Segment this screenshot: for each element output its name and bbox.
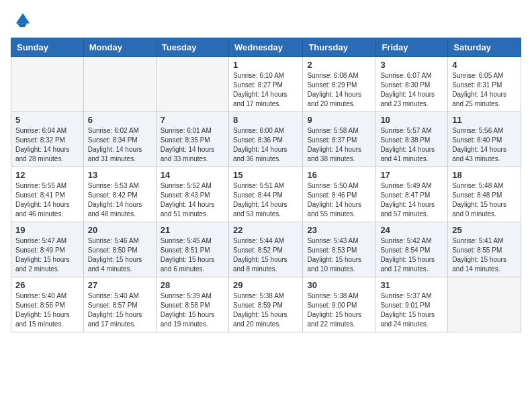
- day-info: Sunrise: 5:46 AM Sunset: 8:50 PM Dayligh…: [88, 236, 152, 274]
- day-info: Sunrise: 5:50 AM Sunset: 8:46 PM Dayligh…: [307, 181, 371, 219]
- header-friday: Friday: [376, 38, 448, 57]
- calendar-cell: 19Sunrise: 5:47 AM Sunset: 8:49 PM Dayli…: [11, 222, 84, 277]
- header-tuesday: Tuesday: [156, 38, 228, 57]
- day-number: 3: [380, 60, 443, 70]
- calendar-cell: 25Sunrise: 5:41 AM Sunset: 8:55 PM Dayli…: [448, 222, 521, 277]
- svg-marker-1: [17, 24, 28, 28]
- day-number: 10: [380, 115, 443, 125]
- day-info: Sunrise: 5:44 AM Sunset: 8:52 PM Dayligh…: [233, 236, 298, 274]
- day-number: 21: [161, 225, 224, 235]
- calendar-cell: [11, 57, 84, 112]
- day-number: 6: [88, 115, 152, 125]
- calendar-cell: [448, 277, 521, 332]
- day-number: 2: [307, 60, 371, 70]
- calendar-cell: 14Sunrise: 5:52 AM Sunset: 8:43 PM Dayli…: [156, 167, 228, 222]
- day-info: Sunrise: 5:56 AM Sunset: 8:40 PM Dayligh…: [452, 126, 517, 164]
- day-number: 7: [161, 115, 224, 125]
- day-info: Sunrise: 5:55 AM Sunset: 8:41 PM Dayligh…: [15, 181, 79, 219]
- day-number: 5: [15, 115, 79, 125]
- day-number: 26: [15, 280, 79, 290]
- day-info: Sunrise: 6:01 AM Sunset: 8:35 PM Dayligh…: [161, 126, 224, 164]
- day-number: 29: [233, 280, 298, 290]
- logo: [11, 11, 32, 30]
- day-number: 8: [233, 115, 298, 125]
- day-info: Sunrise: 5:42 AM Sunset: 8:54 PM Dayligh…: [380, 236, 443, 274]
- day-number: 15: [233, 170, 298, 180]
- calendar-cell: 15Sunrise: 5:51 AM Sunset: 8:44 PM Dayli…: [228, 167, 302, 222]
- day-number: 23: [307, 225, 371, 235]
- calendar-cell: 5Sunrise: 6:04 AM Sunset: 8:32 PM Daylig…: [11, 112, 84, 167]
- calendar-cell: 24Sunrise: 5:42 AM Sunset: 8:54 PM Dayli…: [376, 222, 448, 277]
- header-monday: Monday: [83, 38, 156, 57]
- day-info: Sunrise: 5:57 AM Sunset: 8:38 PM Dayligh…: [380, 126, 443, 164]
- calendar-cell: 9Sunrise: 5:58 AM Sunset: 8:37 PM Daylig…: [303, 112, 376, 167]
- day-info: Sunrise: 5:40 AM Sunset: 8:56 PM Dayligh…: [15, 291, 79, 329]
- calendar-cell: 28Sunrise: 5:39 AM Sunset: 8:58 PM Dayli…: [156, 277, 228, 332]
- calendar-cell: 17Sunrise: 5:49 AM Sunset: 8:47 PM Dayli…: [376, 167, 448, 222]
- day-number: 22: [233, 225, 298, 235]
- day-info: Sunrise: 5:38 AM Sunset: 8:59 PM Dayligh…: [233, 291, 298, 329]
- day-info: Sunrise: 6:00 AM Sunset: 8:36 PM Dayligh…: [233, 126, 298, 164]
- calendar-cell: 30Sunrise: 5:38 AM Sunset: 9:00 PM Dayli…: [303, 277, 376, 332]
- calendar-cell: 12Sunrise: 5:55 AM Sunset: 8:41 PM Dayli…: [11, 167, 84, 222]
- calendar-cell: 26Sunrise: 5:40 AM Sunset: 8:56 PM Dayli…: [11, 277, 84, 332]
- day-info: Sunrise: 6:02 AM Sunset: 8:34 PM Dayligh…: [88, 126, 152, 164]
- day-info: Sunrise: 5:43 AM Sunset: 8:53 PM Dayligh…: [307, 236, 371, 274]
- day-number: 17: [380, 170, 443, 180]
- calendar-cell: 13Sunrise: 5:53 AM Sunset: 8:42 PM Dayli…: [83, 167, 156, 222]
- day-number: 12: [15, 170, 79, 180]
- day-info: Sunrise: 6:04 AM Sunset: 8:32 PM Dayligh…: [15, 126, 79, 164]
- day-number: 4: [452, 60, 517, 70]
- day-info: Sunrise: 6:10 AM Sunset: 8:27 PM Dayligh…: [233, 71, 298, 109]
- day-number: 19: [15, 225, 79, 235]
- calendar-week-row: 26Sunrise: 5:40 AM Sunset: 8:56 PM Dayli…: [11, 277, 521, 332]
- day-info: Sunrise: 5:47 AM Sunset: 8:49 PM Dayligh…: [15, 236, 79, 274]
- day-number: 31: [380, 280, 443, 290]
- calendar-cell: 10Sunrise: 5:57 AM Sunset: 8:38 PM Dayli…: [376, 112, 448, 167]
- calendar-cell: 11Sunrise: 5:56 AM Sunset: 8:40 PM Dayli…: [448, 112, 521, 167]
- day-info: Sunrise: 5:51 AM Sunset: 8:44 PM Dayligh…: [233, 181, 298, 219]
- day-number: 27: [88, 280, 152, 290]
- calendar-cell: [156, 57, 228, 112]
- calendar-week-row: 5Sunrise: 6:04 AM Sunset: 8:32 PM Daylig…: [11, 112, 521, 167]
- day-number: 1: [233, 60, 298, 70]
- calendar-cell: 3Sunrise: 6:07 AM Sunset: 8:30 PM Daylig…: [376, 57, 448, 112]
- svg-marker-0: [16, 13, 30, 24]
- page-header: [11, 11, 521, 30]
- day-info: Sunrise: 5:48 AM Sunset: 8:48 PM Dayligh…: [452, 181, 517, 219]
- header-wednesday: Wednesday: [228, 38, 302, 57]
- calendar-header-row: SundayMondayTuesdayWednesdayThursdayFrid…: [11, 38, 521, 57]
- day-number: 11: [452, 115, 517, 125]
- day-info: Sunrise: 5:45 AM Sunset: 8:51 PM Dayligh…: [161, 236, 224, 274]
- day-info: Sunrise: 6:08 AM Sunset: 8:29 PM Dayligh…: [307, 71, 371, 109]
- calendar-week-row: 12Sunrise: 5:55 AM Sunset: 8:41 PM Dayli…: [11, 167, 521, 222]
- day-number: 25: [452, 225, 517, 235]
- day-info: Sunrise: 5:38 AM Sunset: 9:00 PM Dayligh…: [307, 291, 371, 329]
- day-number: 20: [88, 225, 152, 235]
- day-number: 18: [452, 170, 517, 180]
- day-info: Sunrise: 5:41 AM Sunset: 8:55 PM Dayligh…: [452, 236, 517, 274]
- day-info: Sunrise: 6:05 AM Sunset: 8:31 PM Dayligh…: [452, 71, 517, 109]
- day-number: 30: [307, 280, 371, 290]
- calendar-cell: 4Sunrise: 6:05 AM Sunset: 8:31 PM Daylig…: [448, 57, 521, 112]
- day-number: 24: [380, 225, 443, 235]
- day-info: Sunrise: 5:49 AM Sunset: 8:47 PM Dayligh…: [380, 181, 443, 219]
- calendar-cell: 21Sunrise: 5:45 AM Sunset: 8:51 PM Dayli…: [156, 222, 228, 277]
- calendar-cell: 18Sunrise: 5:48 AM Sunset: 8:48 PM Dayli…: [448, 167, 521, 222]
- day-info: Sunrise: 5:37 AM Sunset: 9:01 PM Dayligh…: [380, 291, 443, 329]
- calendar-cell: 23Sunrise: 5:43 AM Sunset: 8:53 PM Dayli…: [303, 222, 376, 277]
- calendar-cell: 1Sunrise: 6:10 AM Sunset: 8:27 PM Daylig…: [228, 57, 302, 112]
- day-number: 16: [307, 170, 371, 180]
- day-info: Sunrise: 5:53 AM Sunset: 8:42 PM Dayligh…: [88, 181, 152, 219]
- day-number: 28: [161, 280, 224, 290]
- day-number: 14: [161, 170, 224, 180]
- calendar-cell: 8Sunrise: 6:00 AM Sunset: 8:36 PM Daylig…: [228, 112, 302, 167]
- calendar-cell: 6Sunrise: 6:02 AM Sunset: 8:34 PM Daylig…: [83, 112, 156, 167]
- calendar-cell: 2Sunrise: 6:08 AM Sunset: 8:29 PM Daylig…: [303, 57, 376, 112]
- logo-icon: [13, 11, 32, 30]
- calendar-cell: 31Sunrise: 5:37 AM Sunset: 9:01 PM Dayli…: [376, 277, 448, 332]
- calendar-cell: 20Sunrise: 5:46 AM Sunset: 8:50 PM Dayli…: [83, 222, 156, 277]
- day-info: Sunrise: 5:40 AM Sunset: 8:57 PM Dayligh…: [88, 291, 152, 329]
- calendar-cell: 16Sunrise: 5:50 AM Sunset: 8:46 PM Dayli…: [303, 167, 376, 222]
- calendar-table: SundayMondayTuesdayWednesdayThursdayFrid…: [11, 38, 521, 332]
